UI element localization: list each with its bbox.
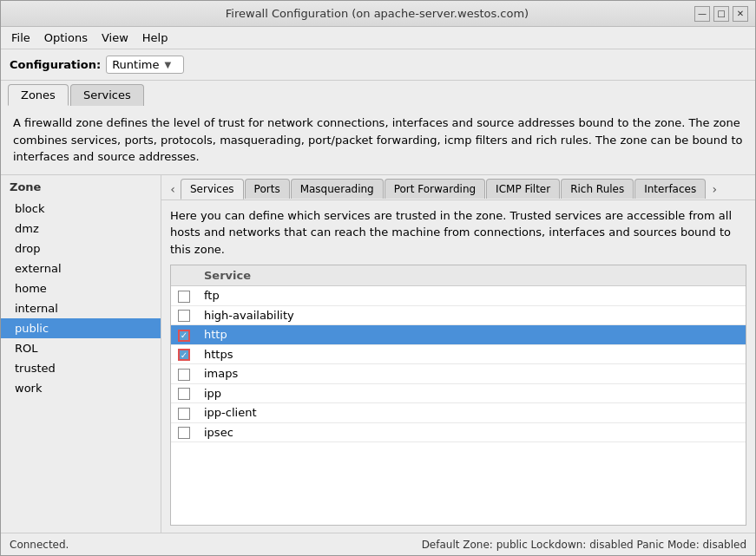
status-left: Connected.	[10, 539, 69, 551]
checkbox-ipsec[interactable]	[171, 422, 197, 442]
services-table: Service ftp	[171, 265, 746, 442]
zone-item-rol[interactable]: ROL	[1, 338, 161, 358]
service-name-ftp: ftp	[197, 286, 746, 306]
content-area: Zone block dmz drop external home intern…	[1, 175, 755, 533]
menu-options[interactable]: Options	[37, 29, 95, 46]
right-panel: ‹ Services Ports Masquerading Port Forwa…	[161, 175, 755, 533]
sub-tab-port-forwarding[interactable]: Port Forwarding	[385, 179, 485, 199]
table-row[interactable]: imaps	[171, 364, 746, 384]
menu-help[interactable]: Help	[135, 29, 175, 46]
unchecked-icon	[178, 408, 190, 420]
unchecked-icon	[178, 388, 190, 400]
sub-tabs: ‹ Services Ports Masquerading Port Forwa…	[161, 175, 755, 200]
zone-description: A firewalld zone defines the level of tr…	[1, 106, 755, 175]
maximize-button[interactable]: □	[713, 6, 729, 22]
main-window: Firewall Configuration (on apache-server…	[0, 0, 756, 556]
zone-item-drop[interactable]: drop	[1, 239, 161, 258]
status-right: Default Zone: public Lockdown: disabled …	[422, 539, 746, 551]
col-checkbox	[171, 265, 197, 286]
statusbar: Connected. Default Zone: public Lockdown…	[1, 533, 755, 555]
checkbox-imaps[interactable]	[171, 364, 197, 384]
zone-header: Zone	[1, 175, 161, 199]
sub-tab-interfaces[interactable]: Interfaces	[634, 179, 706, 199]
unchecked-icon	[178, 310, 190, 322]
table-row[interactable]: http	[171, 325, 746, 345]
sub-tab-icmp-filter[interactable]: ICMP Filter	[486, 179, 560, 199]
close-button[interactable]: ✕	[733, 6, 748, 22]
zone-item-block[interactable]: block	[1, 199, 161, 219]
checked-icon	[178, 330, 190, 342]
sub-tab-next-icon[interactable]: ›	[707, 180, 722, 199]
unchecked-icon	[178, 291, 190, 303]
table-row[interactable]: ipsec	[171, 422, 746, 442]
services-content: Here you can define which services are t…	[161, 200, 755, 533]
service-name-ipp-client: ipp-client	[197, 403, 746, 423]
table-row[interactable]: ipp-client	[171, 403, 746, 423]
service-name-high-availability: high-availability	[197, 305, 746, 325]
config-value: Runtime	[112, 58, 159, 71]
main-tabs: Zones Services	[1, 81, 755, 106]
sub-tab-rich-rules[interactable]: Rich Rules	[561, 179, 634, 199]
unchecked-icon	[178, 369, 190, 381]
col-service: Service	[197, 265, 746, 286]
service-name-ipp: ipp	[197, 383, 746, 403]
sub-tab-ports[interactable]: Ports	[245, 179, 290, 199]
checkbox-ftp[interactable]	[171, 286, 197, 306]
zone-item-public[interactable]: public	[1, 318, 161, 338]
zone-item-internal[interactable]: internal	[1, 298, 161, 318]
menu-file[interactable]: File	[4, 29, 37, 46]
zone-list: block dmz drop external home internal pu…	[1, 199, 161, 533]
checked-icon	[178, 349, 190, 361]
table-row[interactable]: high-availability	[171, 305, 746, 325]
service-name-https: https	[197, 344, 746, 364]
sub-tab-masquerading[interactable]: Masquerading	[291, 179, 384, 199]
menu-view[interactable]: View	[95, 29, 135, 46]
tab-zones[interactable]: Zones	[8, 84, 69, 106]
sub-tab-services[interactable]: Services	[181, 179, 244, 200]
minimize-button[interactable]: —	[694, 6, 710, 22]
unchecked-icon	[178, 427, 190, 439]
zone-item-home[interactable]: home	[1, 278, 161, 298]
table-row[interactable]: ipp	[171, 383, 746, 403]
checkbox-high-availability[interactable]	[171, 305, 197, 325]
table-row[interactable]: https	[171, 344, 746, 364]
zone-item-external[interactable]: external	[1, 258, 161, 278]
config-select[interactable]: Runtime ▼	[106, 56, 184, 74]
zone-item-work[interactable]: work	[1, 378, 161, 398]
tab-services[interactable]: Services	[70, 84, 144, 106]
services-description: Here you can define which services are t…	[170, 207, 746, 258]
titlebar-buttons: — □ ✕	[694, 6, 748, 22]
config-row: Configuration: Runtime ▼	[1, 49, 755, 81]
service-name-http: http	[197, 325, 746, 345]
sub-tab-prev-icon[interactable]: ‹	[165, 180, 181, 199]
services-table-wrapper: Service ftp	[170, 265, 746, 526]
checkbox-https[interactable]	[171, 344, 197, 364]
menubar: File Options View Help	[1, 27, 755, 49]
table-row[interactable]: ftp	[171, 286, 746, 306]
service-name-imaps: imaps	[197, 364, 746, 384]
checkbox-ipp[interactable]	[171, 383, 197, 403]
zone-item-trusted[interactable]: trusted	[1, 358, 161, 378]
chevron-down-icon: ▼	[164, 60, 171, 69]
config-label: Configuration:	[10, 58, 101, 71]
window-title: Firewall Configuration (on apache-server…	[60, 7, 694, 20]
titlebar: Firewall Configuration (on apache-server…	[1, 1, 755, 27]
checkbox-ipp-client[interactable]	[171, 403, 197, 423]
service-name-ipsec: ipsec	[197, 422, 746, 442]
checkbox-http[interactable]	[171, 325, 197, 345]
zone-panel: Zone block dmz drop external home intern…	[1, 175, 161, 533]
zone-item-dmz[interactable]: dmz	[1, 219, 161, 239]
